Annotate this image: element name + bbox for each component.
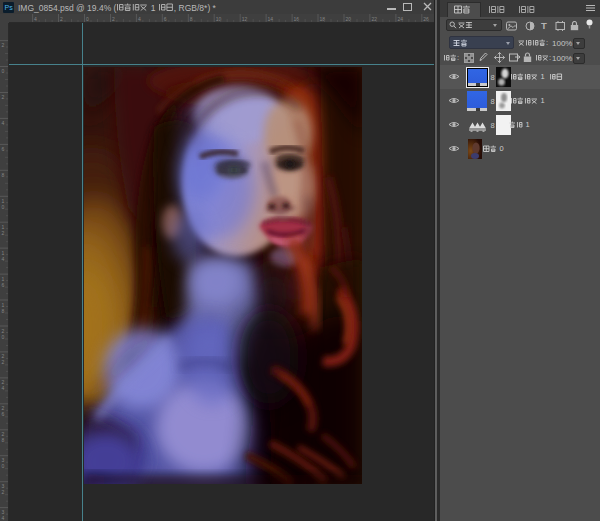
svg-text::: : [546, 39, 548, 47]
svg-text:0: 0 [500, 145, 504, 153]
svg-text:8: 8 [2, 172, 5, 178]
svg-text:1: 1 [541, 73, 545, 81]
svg-text:2: 2 [60, 16, 63, 22]
svg-text:4: 4 [2, 385, 5, 391]
svg-text:0: 0 [2, 334, 5, 340]
svg-text:2: 2 [2, 489, 5, 495]
svg-text:4: 4 [2, 515, 5, 521]
svg-text:1: 1 [541, 97, 545, 105]
svg-text:8: 8 [2, 308, 5, 314]
svg-text:1: 1 [526, 121, 530, 129]
svg-text:6: 6 [2, 411, 5, 417]
svg-text:2: 2 [112, 16, 115, 22]
svg-text:4: 4 [34, 16, 37, 22]
svg-text:0: 0 [2, 463, 5, 469]
svg-text::: : [549, 54, 551, 62]
svg-text:2: 2 [2, 359, 5, 365]
svg-text::: : [457, 54, 459, 62]
svg-text:6: 6 [2, 146, 5, 152]
svg-text:0: 0 [86, 16, 89, 22]
svg-text:2: 2 [2, 42, 5, 48]
svg-text:2: 2 [2, 230, 5, 236]
svg-text:2: 2 [2, 94, 5, 100]
svg-text:4: 4 [2, 256, 5, 262]
svg-text:8: 8 [2, 437, 5, 443]
svg-text:6: 6 [2, 282, 5, 288]
svg-text:4: 4 [2, 120, 5, 126]
svg-text:6: 6 [164, 16, 167, 22]
svg-text:4: 4 [138, 16, 141, 22]
svg-text:8: 8 [190, 16, 193, 22]
svg-text:0: 0 [2, 68, 5, 74]
svg-text:0: 0 [2, 204, 5, 210]
